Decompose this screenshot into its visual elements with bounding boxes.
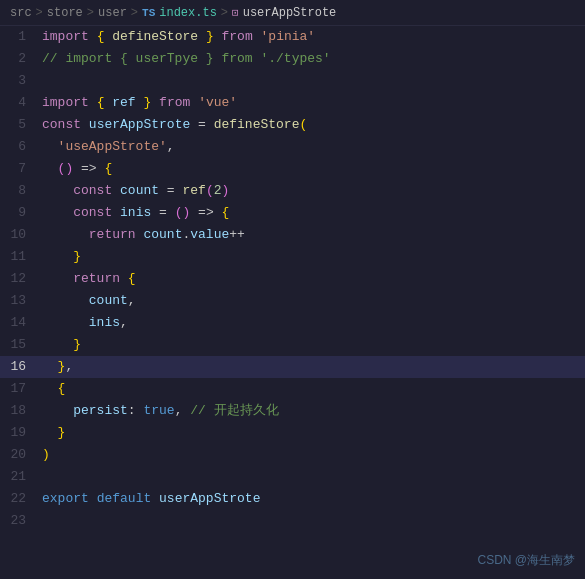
- code-content: return count.value++: [42, 224, 585, 246]
- breadcrumb: src > store > user > TS index.ts > ⊡ use…: [0, 0, 585, 26]
- code-line: 8 const count = ref(2): [0, 180, 585, 202]
- code-line: 5const userAppStrote = defineStore(: [0, 114, 585, 136]
- code-content: const inis = () => {: [42, 202, 585, 224]
- line-number: 9: [0, 202, 42, 224]
- line-number: 18: [0, 400, 42, 422]
- code-content: }: [42, 246, 585, 268]
- code-content: return {: [42, 268, 585, 290]
- line-number: 2: [0, 48, 42, 70]
- line-number: 8: [0, 180, 42, 202]
- line-number: 19: [0, 422, 42, 444]
- line-number: 13: [0, 290, 42, 312]
- line-number: 1: [0, 26, 42, 48]
- breadcrumb-comp-name[interactable]: userAppStrote: [243, 6, 337, 20]
- breadcrumb-sep1: >: [36, 6, 43, 20]
- code-content: persist: true, // 开起持久化: [42, 400, 585, 422]
- line-number: 10: [0, 224, 42, 246]
- code-line: 6 'useAppStrote',: [0, 136, 585, 158]
- breadcrumb-store[interactable]: store: [47, 6, 83, 20]
- code-line: 2// import { userTpye } from './types': [0, 48, 585, 70]
- line-number: 3: [0, 70, 42, 92]
- code-line: 9 const inis = () => {: [0, 202, 585, 224]
- code-content: import { ref } from 'vue': [42, 92, 585, 114]
- line-number: 16: [0, 356, 42, 378]
- code-line: 3: [0, 70, 585, 92]
- code-content: [42, 466, 585, 488]
- code-line: 14 inis,: [0, 312, 585, 334]
- code-content: () => {: [42, 158, 585, 180]
- code-content: }: [42, 422, 585, 444]
- breadcrumb-src[interactable]: src: [10, 6, 32, 20]
- component-icon: ⊡: [232, 6, 239, 19]
- code-content: export default userAppStrote: [42, 488, 585, 510]
- line-number: 6: [0, 136, 42, 158]
- code-line: 16 },: [0, 356, 585, 378]
- breadcrumb-ts-file[interactable]: index.ts: [159, 6, 217, 20]
- code-line: 1import { defineStore } from 'pinia': [0, 26, 585, 48]
- code-line: 12 return {: [0, 268, 585, 290]
- breadcrumb-sep4: >: [221, 6, 228, 20]
- code-content: [42, 70, 585, 92]
- code-line: 13 count,: [0, 290, 585, 312]
- line-number: 11: [0, 246, 42, 268]
- code-line: 17 {: [0, 378, 585, 400]
- code-content: [42, 510, 585, 532]
- code-content: {: [42, 378, 585, 400]
- code-content: ): [42, 444, 585, 466]
- line-number: 17: [0, 378, 42, 400]
- code-line: 7 () => {: [0, 158, 585, 180]
- line-number: 15: [0, 334, 42, 356]
- code-line: 19 }: [0, 422, 585, 444]
- code-line: 4import { ref } from 'vue': [0, 92, 585, 114]
- code-line: 23: [0, 510, 585, 532]
- code-line: 21: [0, 466, 585, 488]
- breadcrumb-sep2: >: [87, 6, 94, 20]
- ts-icon: TS: [142, 7, 155, 19]
- line-number: 21: [0, 466, 42, 488]
- line-number: 22: [0, 488, 42, 510]
- code-line: 15 }: [0, 334, 585, 356]
- breadcrumb-sep3: >: [131, 6, 138, 20]
- code-line: 11 }: [0, 246, 585, 268]
- line-number: 5: [0, 114, 42, 136]
- code-content: const userAppStrote = defineStore(: [42, 114, 585, 136]
- code-content: inis,: [42, 312, 585, 334]
- code-content: }: [42, 334, 585, 356]
- breadcrumb-user[interactable]: user: [98, 6, 127, 20]
- code-content: const count = ref(2): [42, 180, 585, 202]
- code-content: },: [42, 356, 585, 378]
- editor-area: 1import { defineStore } from 'pinia'2// …: [0, 26, 585, 579]
- code-content: import { defineStore } from 'pinia': [42, 26, 585, 48]
- code-line: 22export default userAppStrote: [0, 488, 585, 510]
- code-content: count,: [42, 290, 585, 312]
- code-content: 'useAppStrote',: [42, 136, 585, 158]
- code-line: 10 return count.value++: [0, 224, 585, 246]
- line-number: 7: [0, 158, 42, 180]
- code-line: 20): [0, 444, 585, 466]
- line-number: 23: [0, 510, 42, 532]
- line-number: 20: [0, 444, 42, 466]
- line-number: 4: [0, 92, 42, 114]
- line-number: 12: [0, 268, 42, 290]
- line-number: 14: [0, 312, 42, 334]
- code-line: 18 persist: true, // 开起持久化: [0, 400, 585, 422]
- watermark: CSDN @海生南梦: [477, 552, 575, 569]
- code-content: // import { userTpye } from './types': [42, 48, 585, 70]
